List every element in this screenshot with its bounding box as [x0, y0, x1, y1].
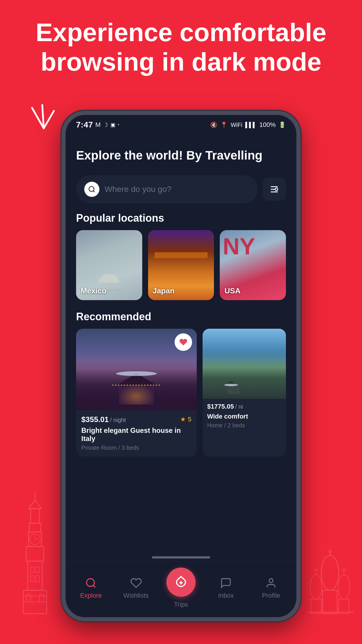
mute-icon: 🔇	[210, 121, 217, 128]
wifi-icon: WiFi	[231, 122, 242, 128]
favorite-button[interactable]	[175, 333, 192, 351]
rec-card-small-unit: / ni	[235, 403, 243, 410]
home-indicator	[152, 556, 210, 559]
page-headline: Experience comfortable browsing in dark …	[0, 18, 362, 76]
profile-icon	[265, 577, 277, 589]
rec-card-large-rating: ★ 5	[180, 416, 191, 423]
notification-icon: ▣	[110, 122, 115, 128]
location-card-usa[interactable]: NY USA	[220, 230, 286, 300]
snowy-scene	[203, 329, 286, 399]
rec-card-small-info: $1775.05 / ni Wide comfort Home / 2 beds	[203, 399, 286, 433]
rec-card-small-img	[203, 329, 286, 399]
moon-icon: ☽	[103, 121, 108, 128]
recommended-row: $355.01 / night ★ 5 Bright elegant Guest…	[76, 329, 286, 456]
airbnb-fab-icon	[174, 575, 188, 589]
rating-value: 5	[188, 416, 191, 423]
search-icon	[88, 186, 96, 193]
svg-point-27	[310, 575, 322, 599]
nav-item-profile[interactable]: Profile	[249, 577, 294, 599]
rec-card-large-img	[76, 329, 197, 410]
svg-point-37	[89, 186, 94, 191]
japan-label: Japan	[153, 286, 175, 295]
svg-rect-7	[29, 523, 41, 532]
phone-screen: 7:47 M ☽ ▣ • 🔇 📍 WiFi ▌▌▌ 100% 🔋 E	[66, 115, 296, 617]
nav-item-explore[interactable]: Explore	[68, 577, 113, 599]
svg-rect-8	[31, 509, 39, 523]
star-icon: ★	[180, 416, 186, 423]
camera-notch	[158, 132, 204, 136]
svg-rect-22	[323, 590, 337, 614]
location-card-mexico[interactable]: Mexico	[76, 230, 142, 300]
status-bar: 7:47 M ☽ ▣ • 🔇 📍 WiFi ▌▌▌ 100% 🔋	[66, 115, 296, 132]
popular-locations-title: Popular locations	[76, 212, 286, 224]
dot-icon: •	[118, 123, 119, 127]
phone-frame: 7:47 M ☽ ▣ • 🔇 📍 WiFi ▌▌▌ 100% 🔋 E	[61, 111, 301, 621]
svg-line-44	[93, 585, 95, 587]
search-placeholder: Where do you go?	[105, 185, 171, 194]
wishlists-icon	[130, 577, 143, 589]
rec-card-large-price: $355.01	[81, 415, 109, 424]
explore-label: Explore	[80, 592, 102, 599]
screen-content: Explore the world! By Travelling Where d…	[66, 139, 296, 553]
svg-rect-29	[339, 599, 349, 614]
svg-rect-16	[31, 576, 34, 582]
rec-card-small-price: $1775.05	[207, 403, 234, 410]
nav-item-wishlists[interactable]: Wishlists	[113, 577, 158, 599]
locations-row: Mexico Japan NY	[76, 230, 286, 300]
svg-rect-4	[28, 561, 42, 590]
inbox-icon	[219, 577, 232, 589]
search-row: Where do you go?	[76, 175, 286, 203]
svg-line-2	[44, 111, 54, 128]
rec-card-large-sub: Private Room / 3 beds	[81, 444, 191, 451]
battery-text: 100%	[259, 121, 276, 129]
location-card-japan[interactable]: Japan	[148, 230, 214, 300]
svg-point-45	[269, 579, 273, 582]
rec-card-small-name: Wide comfort	[207, 413, 281, 420]
filter-button[interactable]	[263, 178, 286, 201]
gmail-icon: M	[95, 121, 101, 129]
battery-icon: 🔋	[279, 121, 286, 128]
svg-rect-5	[26, 547, 44, 561]
popular-locations-section: Popular locations Mexico	[76, 212, 286, 311]
filter-icon	[269, 184, 280, 195]
svg-point-43	[87, 579, 94, 587]
header: Explore the world! By Travelling	[76, 139, 286, 169]
svg-point-41	[275, 188, 278, 190]
bottom-nav: Explore Wishlists	[66, 561, 296, 617]
svg-rect-17	[36, 576, 39, 582]
explore-icon	[85, 577, 97, 589]
mexico-label: Mexico	[81, 286, 106, 295]
status-icons: 🔇 📍 WiFi ▌▌▌ 100% 🔋	[210, 121, 286, 129]
rec-card-large-unit: / night	[110, 417, 126, 423]
svg-rect-26	[311, 599, 321, 614]
svg-point-30	[338, 575, 350, 599]
svg-line-38	[93, 191, 95, 192]
recommended-section: Recommended	[76, 311, 286, 456]
svg-rect-15	[36, 567, 39, 573]
svg-point-23	[321, 555, 339, 590]
heart-filled-icon	[179, 338, 188, 346]
svg-marker-9	[29, 500, 41, 509]
nav-item-trips[interactable]: Trips	[159, 568, 203, 608]
signal-icon: ▌▌▌	[245, 122, 256, 128]
svg-rect-20	[26, 595, 31, 602]
notch	[66, 132, 296, 136]
location-icon: 📍	[220, 121, 228, 128]
search-bar[interactable]: Where do you go?	[76, 175, 258, 203]
profile-label: Profile	[262, 592, 280, 599]
status-time: 7:47	[76, 120, 93, 130]
svg-rect-14	[31, 567, 34, 573]
rec-card-small-sub: Home / 2 beds	[207, 422, 281, 429]
rec-card-large-info: $355.01 / night ★ 5 Bright elegant Guest…	[76, 410, 197, 456]
rec-card-large[interactable]: $355.01 / night ★ 5 Bright elegant Guest…	[76, 329, 197, 456]
svg-rect-21	[39, 595, 44, 602]
trips-label: Trips	[174, 601, 188, 608]
recommended-title: Recommended	[76, 311, 286, 323]
usa-label: USA	[224, 286, 240, 295]
spark-decoration	[26, 99, 61, 135]
russia-illustration	[301, 509, 359, 621]
nav-item-inbox[interactable]: Inbox	[203, 577, 248, 599]
rec-card-small[interactable]: $1775.05 / ni Wide comfort Home / 2 beds	[203, 329, 286, 456]
fab-button[interactable]	[166, 568, 196, 597]
wishlists-label: Wishlists	[123, 592, 149, 599]
